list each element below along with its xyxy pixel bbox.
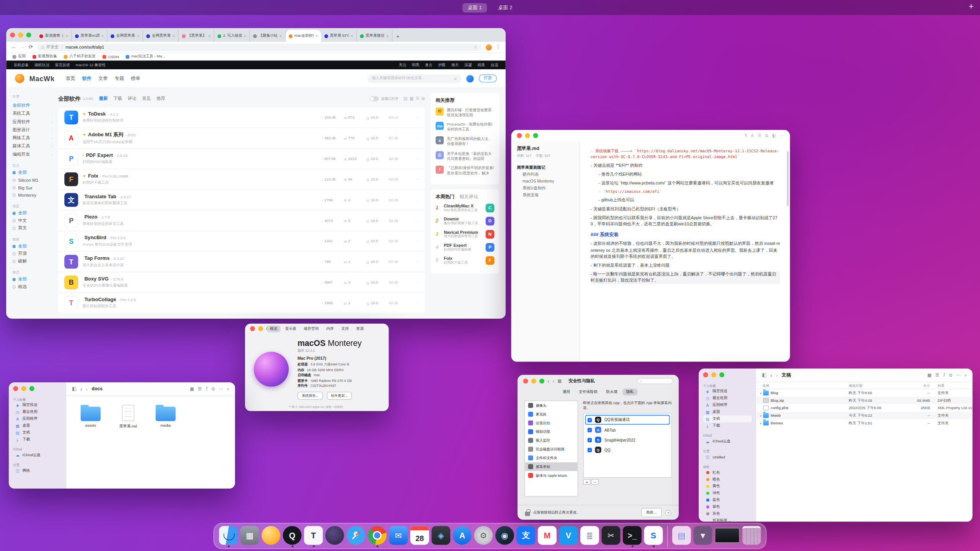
back-icon[interactable]: ‹ bbox=[547, 378, 549, 384]
checkbox-checked[interactable]: ✓ bbox=[588, 448, 592, 452]
site-theme-item[interactable]: 护眼 bbox=[438, 62, 446, 68]
sidebar-item[interactable]: 位置 bbox=[13, 462, 62, 468]
site-topnav-item[interactable]: 装机必备 bbox=[14, 62, 29, 68]
hot-tab[interactable]: 本周热门 bbox=[436, 194, 454, 200]
sidebar-item[interactable]: A 应用程序 bbox=[703, 402, 752, 409]
hot-item[interactable]: 3 Navicat Premium 强大的数据库管理工具 N bbox=[436, 230, 494, 239]
sidebar-item[interactable]: ⤓ 下载 bbox=[703, 422, 752, 429]
privacy-category-item[interactable]: 辅助功能 bbox=[525, 427, 577, 436]
close-window-button[interactable] bbox=[13, 386, 18, 391]
sort-tab[interactable]: 评论 bbox=[128, 96, 137, 102]
file-icon-item[interactable]: assets bbox=[76, 404, 105, 427]
prefs-tab[interactable]: 文件保险箱 bbox=[575, 389, 601, 396]
filter-option[interactable]: 精选 bbox=[13, 283, 52, 291]
about-tab[interactable]: 内存 bbox=[323, 325, 337, 332]
open-file-name[interactable]: 黑苹果.md bbox=[517, 144, 574, 153]
related-item[interactable]: On ProcessOn - 免费在线作图/实时协作工具 bbox=[436, 122, 494, 132]
file-list-row[interactable]: config.plist 2022/2/25 下午6:06 25KB XML P… bbox=[756, 404, 973, 412]
hot-tab[interactable]: 相关评论 bbox=[459, 194, 478, 200]
file-list-row[interactable]: ▸ Mweb 今天 下午6:22 -- 文件夹 bbox=[756, 412, 973, 419]
related-item[interactable]: S 无广告和推荐词的输入法，你值得拥有！ bbox=[436, 137, 494, 147]
sidebar-toggle-icon[interactable]: ◧ bbox=[72, 386, 77, 392]
dock-icon[interactable] bbox=[261, 526, 280, 548]
filter-option[interactable]: 状态 bbox=[13, 269, 52, 276]
browser-menu-icon[interactable]: ⋮ bbox=[496, 44, 501, 50]
about-tab[interactable]: 概览 bbox=[267, 325, 281, 332]
filter-option[interactable]: 中文 bbox=[13, 217, 52, 225]
zoom-window-button[interactable] bbox=[719, 372, 724, 377]
column-header[interactable]: 大小 bbox=[906, 383, 934, 388]
about-tab[interactable]: 资源 bbox=[353, 325, 367, 332]
space-desktop-2[interactable]: 桌面 2 bbox=[493, 3, 517, 12]
related-item[interactable]: ! 『已损坏/身份不明的开发者/意外退出/恶意软件』解决 bbox=[436, 165, 494, 175]
filter-option[interactable]: 英文 bbox=[13, 224, 52, 232]
finder-toolbar-icon[interactable]: ▦ bbox=[928, 373, 932, 378]
space-desktop-1[interactable]: 桌面 1 bbox=[463, 3, 487, 12]
minimize-window-button[interactable] bbox=[18, 33, 23, 37]
site-nav-item[interactable]: 文章 bbox=[98, 75, 108, 82]
finder-toolbar-icon[interactable]: ⌕ bbox=[964, 373, 967, 378]
zoom-window-button[interactable] bbox=[26, 33, 31, 37]
tab-close-icon[interactable]: × bbox=[279, 34, 282, 38]
back-icon[interactable]: ← bbox=[11, 44, 16, 50]
disclosure-triangle-icon[interactable]: ▸ bbox=[759, 414, 763, 417]
sidebar-item[interactable]: ▦ 桌面 bbox=[703, 409, 752, 416]
close-window-button[interactable] bbox=[517, 133, 522, 138]
filter-option[interactable]: Monterey bbox=[13, 191, 52, 199]
about-tab[interactable]: 支持 bbox=[338, 325, 352, 332]
software-list-item[interactable]: P • PDF Expert - 2.5.19 好用的PDF编辑器 ↓807.9… bbox=[58, 149, 425, 170]
category-item[interactable]: 图形设计 › bbox=[13, 126, 52, 134]
search-icon[interactable]: ⌕ bbox=[454, 75, 457, 82]
software-list-item[interactable]: A ✦ Adobe M1 系列 - 2021 适用于M1芯片的Adobe全家桶 … bbox=[58, 128, 425, 149]
finder-toolbar-icon[interactable]: ⊙ bbox=[211, 386, 215, 391]
site-nav-item[interactable]: 首页 bbox=[66, 75, 75, 82]
minimize-window-button[interactable] bbox=[21, 386, 26, 391]
sort-tab[interactable]: 下载 bbox=[113, 96, 122, 102]
browser-tab[interactable]: 新浪微博（づ￣3￣）... × bbox=[36, 30, 72, 42]
sidebar-item[interactable]: 红色 bbox=[703, 469, 752, 476]
finder-toolbar-icon[interactable]: ⤴ bbox=[943, 373, 945, 378]
finder-toolbar-icon[interactable]: ⌕ bbox=[227, 386, 229, 391]
tab-close-icon[interactable]: × bbox=[65, 34, 68, 38]
file-list-row[interactable]: Blog.zip 昨天 下午4:29 69.9MB ZIP归档 bbox=[756, 397, 973, 404]
disclosure-triangle-icon[interactable]: ▸ bbox=[759, 421, 763, 425]
dock-icon[interactable]: ≣ bbox=[580, 526, 599, 548]
sidebar-item[interactable]: ⤓ 下载 bbox=[13, 436, 62, 443]
sidebar-item[interactable]: ◫ 网络 bbox=[13, 467, 62, 474]
file-icon-item[interactable]: media bbox=[151, 404, 180, 427]
checkbox-checked[interactable]: ✓ bbox=[588, 428, 592, 432]
site-theme-item[interactable]: 精美 bbox=[477, 62, 485, 68]
dock-icon[interactable] bbox=[346, 526, 365, 548]
file-list-row[interactable]: ▸ themes 昨天 下午1:51 -- 文件夹 bbox=[756, 419, 973, 427]
filter-option[interactable]: Silicon M1 bbox=[13, 176, 52, 184]
new-tab-button[interactable]: + bbox=[396, 33, 400, 39]
file-list-row[interactable]: ▸ Blog 昨天 下午8:55 -- 文件夹 bbox=[756, 389, 973, 397]
browser-tab[interactable]: 全网黑苹果m1一键安... × bbox=[143, 30, 179, 42]
lock-icon[interactable] bbox=[525, 511, 530, 515]
software-list-item[interactable]: 文 Translate Tab - 2.0.17 多语言菜单栏即时翻译工具 ↓2… bbox=[58, 190, 425, 210]
filter-option[interactable]: 破解 bbox=[13, 258, 52, 265]
editor-toolbar-icon[interactable]: ⧉ bbox=[765, 133, 768, 138]
dock-icon[interactable]: >_ bbox=[623, 526, 642, 548]
outline-item[interactable]: 系统安装 bbox=[517, 191, 574, 198]
dock-icon[interactable]: ◉ bbox=[495, 526, 514, 548]
software-list-item[interactable]: T ✦ ToDesk - 4.1.1 免费好用的远程控制软件 ↓105.3k ✉… bbox=[58, 108, 425, 128]
view-mode-icon[interactable]: ▤ bbox=[403, 96, 408, 101]
view-mode-icon[interactable]: ⊞ bbox=[421, 96, 425, 101]
finder-toolbar-icon[interactable]: ☰ bbox=[935, 373, 939, 378]
zoom-window-button[interactable] bbox=[29, 386, 34, 391]
browser-tab[interactable]: 【聚集小站】【摸鱼】... × bbox=[250, 30, 286, 42]
category-item[interactable]: 系统工具 › bbox=[13, 109, 52, 117]
column-header[interactable]: 修改日期 bbox=[849, 383, 906, 388]
sidebar-item[interactable]: ◫ Untitled bbox=[703, 453, 752, 460]
tab-close-icon[interactable]: × bbox=[172, 34, 175, 38]
outline-item[interactable]: 系统U盘制作 bbox=[517, 184, 574, 191]
browser-tab[interactable]: 黑苹果m1降级是_百... × bbox=[72, 30, 108, 42]
finder-toolbar-icon[interactable]: ⊙ bbox=[949, 373, 953, 378]
bookmark-item[interactable]: 影视预告集 bbox=[33, 54, 57, 59]
forward-icon[interactable]: › bbox=[776, 372, 778, 378]
macwk-logo[interactable] bbox=[15, 74, 24, 83]
sort-tab[interactable]: 意见 bbox=[142, 96, 151, 102]
software-list-item[interactable]: P Piezo - 1.7.8 简单好用的应用录音工具 ↓4073 ✉0 bbox=[58, 210, 425, 231]
filter-option[interactable]: 全部 bbox=[13, 209, 52, 217]
